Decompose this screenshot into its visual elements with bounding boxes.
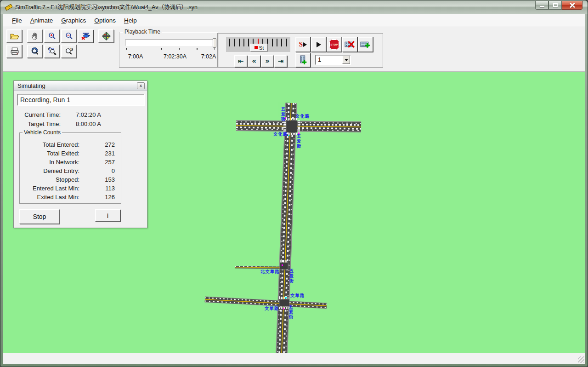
svg-text:S: S <box>70 46 73 52</box>
simulation-status-field: Recording, Run 1 <box>17 94 145 106</box>
marker-square-icon <box>254 46 258 49</box>
menu-bar: File Animate Graphics Options Help <box>3 14 585 27</box>
time-label-end: 7:02A <box>201 53 216 60</box>
app-window: SimTraffic 7 - F:\沈阳规划院实习\synchro文件\Wuai… <box>0 0 588 367</box>
zoom-out-button[interactable] <box>61 29 77 43</box>
hand-pan-icon <box>30 31 40 41</box>
marker-label: St <box>259 45 264 51</box>
printer-icon <box>10 46 19 56</box>
vehicle-counts-label: Vehicle Counts <box>23 129 62 136</box>
road-label-wenhua-road-2: 文化路 <box>273 132 288 137</box>
simulate-record-button[interactable]: S <box>295 37 311 52</box>
title-bar: SimTraffic 7 - F:\沈阳规划院实习\synchro文件\Wuai… <box>0 0 588 14</box>
add-recording-button[interactable] <box>358 37 373 52</box>
window-title: SimTraffic 7 - F:\沈阳规划院实习\synchro文件\Wuai… <box>15 0 198 14</box>
maximize-button[interactable] <box>548 1 562 10</box>
skip-end-icon: ⇥ <box>278 57 284 65</box>
play-button[interactable] <box>311 37 326 52</box>
skip-to-start-button[interactable]: ⇤ <box>234 55 247 67</box>
road-label-wuai-street-3: 五爱街 <box>289 269 293 284</box>
intersection-icon <box>102 31 111 41</box>
zoom-all-button[interactable] <box>27 45 43 58</box>
pan-button[interactable] <box>27 29 43 43</box>
playback-slider-track[interactable] <box>125 40 215 46</box>
target-time-row: Target Time: 8:00:00 A <box>14 120 147 128</box>
menu-animate[interactable]: Animate <box>26 15 57 26</box>
zoom-window-icon <box>47 46 57 56</box>
road-label-wuai-street-2: 五爱街 <box>296 134 300 149</box>
zoom-window-button[interactable] <box>44 45 60 58</box>
record-graphics-icon <box>298 55 308 65</box>
menu-help[interactable]: Help <box>120 15 141 26</box>
intersection-view-button[interactable] <box>98 29 114 43</box>
film-add-icon <box>360 39 371 50</box>
playback-time-label: Playback Time <box>123 29 162 35</box>
transport-controls-group: St ⇤ « » ⇥ S STOP <box>217 33 383 68</box>
helicopter-icon <box>81 31 90 41</box>
open-file-button[interactable] <box>6 29 22 43</box>
combobox-drop-button[interactable] <box>342 56 350 64</box>
playback-slider-thumb[interactable] <box>213 38 216 48</box>
zoom-in-icon <box>47 31 57 41</box>
count-row: Exited Last Min: 126 <box>20 194 121 202</box>
dialog-title-bar: Simulating x <box>14 81 147 91</box>
playback-time-group: Playback Time 7:00A 7:02:30A 7:02A <box>119 32 219 68</box>
dialog-info-button[interactable]: i <box>95 209 120 222</box>
time-label-start: 7:00A <box>128 53 143 60</box>
current-time-label: Current Time: <box>14 111 61 118</box>
target-time-label: Target Time: <box>14 120 61 127</box>
film-delete-icon <box>345 39 355 50</box>
time-label-mid: 7:02:30A <box>164 53 187 60</box>
skip-start-icon: ⇤ <box>238 57 244 65</box>
road-label-wuai-street-4: 五爱街 <box>288 304 293 320</box>
road-label-wencui-road-2: 文萃路 <box>265 307 279 311</box>
dialog-close-button[interactable]: x <box>137 82 145 89</box>
zoom-scale-icon: S <box>64 46 74 56</box>
menu-graphics[interactable]: Graphics <box>57 15 90 26</box>
tape-marker: St <box>250 44 268 52</box>
play-icon <box>317 42 321 47</box>
count-row: Denied Entry: 0 <box>20 167 121 176</box>
count-row: Stopped: 153 <box>20 176 121 184</box>
simtraffic-app-icon <box>5 4 12 11</box>
count-row: Entered Last Min: 113 <box>20 185 121 193</box>
minimize-button[interactable] <box>535 1 548 10</box>
count-row: In Network: 257 <box>20 159 121 167</box>
chevron-down-icon <box>345 59 348 61</box>
resize-grip[interactable] <box>578 356 584 363</box>
stop-button[interactable]: STOP <box>327 37 342 52</box>
vehicle-counts-group: Vehicle Counts Total Entered: 272 Total … <box>19 132 121 204</box>
print-button[interactable] <box>6 45 22 58</box>
count-row: Total Entered: 272 <box>20 141 121 149</box>
zoom-scale-button[interactable]: S <box>61 45 77 58</box>
menu-options[interactable]: Options <box>90 15 120 26</box>
toolbar: S Playback Time 7:00A 7:02:30A 7:02A <box>3 27 585 72</box>
delete-recording-button[interactable] <box>342 37 357 52</box>
fast-forward-icon: » <box>265 57 270 65</box>
close-icon <box>570 2 575 8</box>
zoom-in-button[interactable] <box>44 29 60 43</box>
zoom-out-icon <box>64 31 74 41</box>
rewind-button[interactable]: « <box>248 55 260 67</box>
count-row: Total Exited: 231 <box>20 150 121 158</box>
vehicle-view-button[interactable] <box>78 29 93 43</box>
close-button[interactable] <box>562 1 582 10</box>
menu-file[interactable]: File <box>8 15 26 26</box>
record-graphics-button[interactable] <box>295 53 311 67</box>
run-number-value: 1 <box>318 56 321 63</box>
dialog-title: Simulating <box>17 82 45 89</box>
status-bar <box>3 353 585 364</box>
fast-forward-button[interactable]: » <box>261 55 274 67</box>
zoom-all-globe-icon <box>30 46 40 56</box>
simulating-dialog: Simulating x Recording, Run 1 Current Ti… <box>13 80 147 228</box>
folder-open-icon <box>10 31 19 41</box>
target-time-value: 8:00:00 A <box>76 120 101 127</box>
skip-to-end-button[interactable]: ⇥ <box>274 55 287 67</box>
stop-sign-icon: STOP <box>329 39 339 50</box>
map-viewport[interactable]: 五爱街 文化路 文化路 五爱街 北文萃路 五爱街 文萃路 文萃路 五爱街 Sim… <box>3 72 585 353</box>
maximize-icon <box>553 3 558 7</box>
dialog-stop-button[interactable]: Stop <box>19 209 60 224</box>
run-number-combobox[interactable]: 1 <box>315 55 351 65</box>
current-time-row: Current Time: 7:02:20 A <box>14 111 147 119</box>
road-label-wencui-road-1: 文萃路 <box>290 294 305 298</box>
